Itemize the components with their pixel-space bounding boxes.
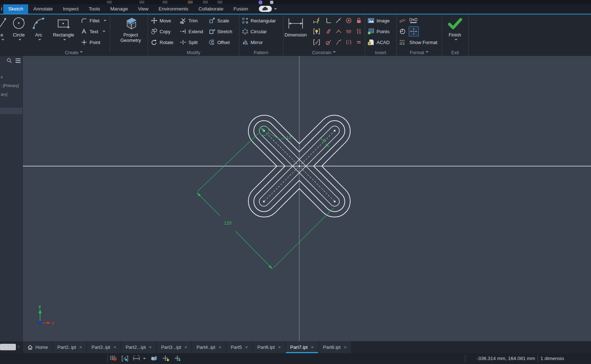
menu-tab-view[interactable]: View [133, 4, 153, 14]
chevron-down-icon[interactable] [18, 39, 21, 42]
tab-close-icon[interactable]: × [218, 344, 221, 350]
document-tab-part7-ipt[interactable]: Part7.ipt× [286, 341, 318, 353]
panel-label-pattern[interactable]: Pattern [239, 50, 283, 55]
cloud-account-button[interactable] [259, 6, 277, 12]
equal-constraint-button[interactable] [354, 39, 364, 46]
lock-constraint-button[interactable] [354, 17, 364, 24]
menu-tab-collaborate[interactable]: Collaborate [194, 4, 229, 14]
origin-point[interactable] [39, 321, 42, 324]
tab-close-icon[interactable]: × [113, 344, 116, 350]
panel-label-format[interactable]: Format [396, 50, 442, 55]
tab-close-icon[interactable]: × [184, 344, 187, 350]
snap-to-grid-toggle[interactable] [110, 355, 117, 362]
document-tab-part5[interactable]: Part5× [226, 341, 252, 353]
menu-tab-sketch[interactable]: Sketch [3, 4, 28, 14]
trim-button[interactable]: Trim [180, 15, 203, 26]
centerline-toggle-button[interactable] [409, 26, 419, 36]
document-tab-part3-ipt[interactable]: Part3..ipt× [87, 341, 121, 353]
rectangular-pattern-button[interactable]: Rectangular [242, 15, 276, 26]
dimension-display-toggle[interactable] [133, 355, 141, 362]
auto-dimension-button[interactable] [310, 17, 323, 24]
tab-close-icon[interactable]: × [245, 344, 248, 350]
arc-button[interactable]: Arc [30, 15, 47, 42]
point-button[interactable]: Point [81, 37, 107, 48]
driven-dimension-toggle-button[interactable] [409, 16, 418, 25]
mirror-button[interactable]: Mirror [242, 37, 276, 48]
construction-toggle-button[interactable] [398, 16, 407, 25]
coincident-constraint-button[interactable] [334, 28, 344, 35]
acad-button[interactable]: ACAD [368, 37, 390, 48]
browser-tree-row[interactable]: : [Primary] [0, 81, 22, 90]
split-button[interactable]: Split [180, 37, 203, 48]
document-tab-part8-ipt[interactable]: Part8.ipt× [319, 341, 351, 353]
constraint-inference-toggle[interactable] [121, 355, 129, 362]
tab-close-icon[interactable]: × [149, 344, 152, 350]
avatar[interactable] [258, 0, 262, 4]
qat-icon[interactable] [139, 1, 144, 4]
menu-tab-annotate[interactable]: Annotate [28, 4, 58, 14]
slice-graphics-toggle[interactable] [150, 355, 158, 362]
browser-search-icon[interactable] [6, 58, 12, 64]
document-tab-part2-ipt[interactable]: Part2..ipt× [53, 341, 87, 353]
sketch-only-toggle-button[interactable] [398, 27, 407, 36]
qat-icon[interactable] [162, 1, 168, 4]
menu-tab-tools[interactable]: Tools [84, 4, 105, 14]
scale-button[interactable]: Scale [209, 15, 232, 26]
qat-icon[interactable] [203, 1, 208, 4]
drag-sketch-toggle[interactable] [174, 355, 181, 362]
document-tab-part6-ipt[interactable]: Part6.ipt× [253, 341, 285, 353]
menu-tab-manage[interactable]: Manage [105, 4, 133, 14]
rotate-button[interactable]: Rotate [151, 37, 173, 48]
browser-selected-row[interactable] [0, 108, 22, 114]
vertical-constraint-button[interactable] [354, 28, 364, 35]
chevron-down-icon[interactable] [104, 20, 107, 23]
tangent-constraint-button[interactable] [323, 39, 334, 46]
chevron-down-icon[interactable] [103, 31, 105, 34]
show-format-label[interactable]: Show Format [409, 40, 437, 45]
browser-tree-row[interactable]: ary] [0, 90, 22, 99]
document-tab-part2-ipt[interactable]: Part2...ipt× [121, 341, 156, 353]
panel-label-modify[interactable]: Modify [148, 50, 239, 55]
sketch-canvas[interactable]: 120 12 9 Y X [0, 56, 591, 341]
project-geometry-button[interactable]: Project Geometry [115, 15, 147, 43]
perpendicular-constraint-button[interactable] [323, 17, 334, 24]
browser-menu-icon[interactable] [15, 58, 21, 63]
image-button[interactable]: Image [368, 15, 390, 26]
concentric-constraint-button[interactable] [344, 17, 354, 24]
tab-overflow-chevron-icon[interactable]: › [18, 343, 19, 349]
qat-icon[interactable] [270, 1, 273, 4]
panel-label-create[interactable]: Create [0, 50, 148, 55]
document-tab-part3-ipt[interactable]: Part3...ipt× [157, 341, 191, 353]
tab-close-icon[interactable]: × [311, 344, 314, 350]
stretch-button[interactable]: Stretch [209, 26, 232, 37]
offset-button[interactable]: Offset [209, 37, 232, 48]
move-button[interactable]: Move [151, 15, 173, 26]
text-button[interactable]: Text [81, 26, 107, 37]
chevron-down-icon[interactable] [143, 358, 146, 361]
collinear-constraint-button[interactable] [344, 28, 354, 35]
persistent-dimension-toggle[interactable] [162, 355, 170, 362]
browser-collapse-handle[interactable] [0, 344, 16, 350]
parallel-constraint-button[interactable] [323, 28, 334, 35]
dimension-120-value[interactable]: 120 [224, 221, 232, 226]
tab-close-icon[interactable]: × [79, 344, 82, 350]
rectangle-button[interactable]: Rectangle [49, 15, 78, 42]
extend-button[interactable]: Extend [180, 26, 203, 37]
tab-close-icon[interactable]: × [344, 344, 347, 350]
dimension-9-value[interactable]: 9 [322, 138, 327, 143]
menu-tab-environments[interactable]: Environments [153, 4, 194, 14]
tangent-point-constraint-button[interactable] [334, 17, 344, 24]
points-button[interactable]: Points [368, 26, 390, 37]
copy-button[interactable]: Copy [151, 26, 173, 37]
document-tab-home[interactable]: Home [23, 341, 52, 353]
menu-tab-inspect[interactable]: Inspect [58, 4, 84, 14]
panel-label-insert[interactable]: Insert [365, 50, 396, 55]
constraint-settings-button[interactable] [310, 39, 323, 46]
qat-icon[interactable] [107, 1, 112, 4]
show-format-button[interactable] [398, 38, 407, 47]
show-constraints-button[interactable] [310, 28, 323, 35]
circle-button[interactable]: Circle [9, 15, 28, 42]
finish-sketch-button[interactable]: Finish [445, 15, 465, 42]
panel-label-constrain[interactable]: Constrain [283, 50, 365, 55]
circular-pattern-button[interactable]: Circular [242, 26, 276, 37]
